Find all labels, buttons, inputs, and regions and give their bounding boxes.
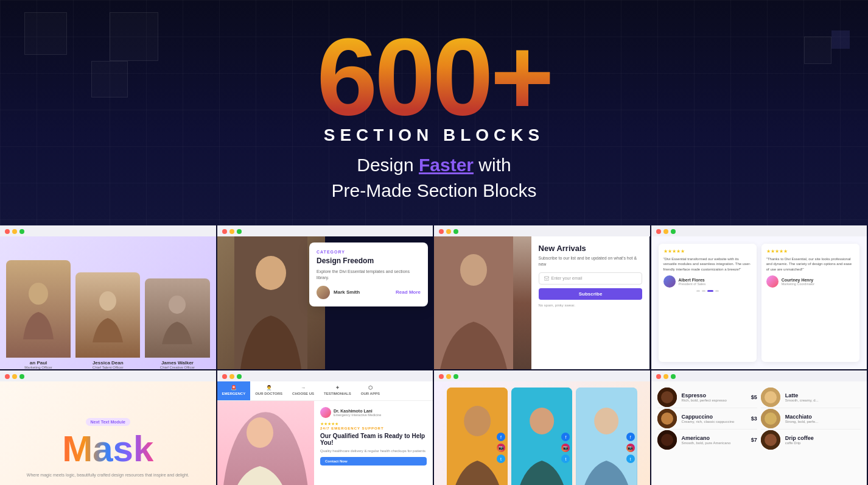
- pdot-active: [707, 290, 713, 292]
- next-text-label: Next Text Module: [86, 418, 130, 426]
- americano-price: $7: [751, 437, 757, 443]
- dot-red-7: [439, 374, 444, 379]
- instagram-icon-2[interactable]: 📷: [561, 444, 570, 452]
- americano-img: [657, 430, 677, 450]
- dot-yellow-8: [663, 374, 668, 379]
- coffee-item-macchiato: Macchiato Strong, bold, perfe...: [761, 409, 861, 428]
- arrivals-photo: [434, 236, 531, 369]
- twitter-icon-1[interactable]: t: [497, 455, 505, 463]
- browser-chrome-8: [651, 370, 867, 381]
- tab-doctors[interactable]: 👨‍⚕️ OUR DOCTORS: [250, 381, 287, 400]
- testimonial-text-2: "Thanks to Divi Essential, our site look…: [766, 257, 855, 272]
- cards-row-1: an Paul Marketing Officer Jessica Dean C…: [0, 225, 868, 370]
- espresso-price: $5: [751, 394, 757, 400]
- dot-green-1: [19, 229, 24, 234]
- dot-green-5: [19, 374, 24, 379]
- deco-square-1: [24, 12, 67, 55]
- dot-red-2: [222, 229, 227, 234]
- card-team: an Paul Marketing Officer Jessica Dean C…: [0, 225, 217, 370]
- design-freedom-box: CATEGORY Design Freedom Explore the Divi…: [309, 242, 428, 306]
- browser-chrome-1: [0, 225, 216, 236]
- team-person-3: James Walker Chief Creative Officer: [145, 278, 209, 369]
- svg-point-16: [661, 391, 673, 403]
- svg-point-26: [765, 434, 777, 446]
- testimonial-1: ★★★★★ "Divi Essential transformed our we…: [659, 244, 757, 362]
- instagram-icon-3[interactable]: 📷: [626, 444, 635, 452]
- americano-desc: Smooth, bold, pure Americano: [682, 441, 731, 445]
- subscribe-button[interactable]: Subscribe: [539, 288, 643, 300]
- dot-red-6: [222, 374, 227, 379]
- mask-content: Next Text Module Mask Where magic meets …: [0, 381, 216, 485]
- card-medical: 🚨 EMERGENCY 👨‍⚕️ OUR DOCTORS → CHOOSE US…: [217, 370, 435, 485]
- dot-red-1: [5, 229, 10, 234]
- social-icons-3: f 📷 t: [626, 433, 635, 463]
- team-person-2: Jessica Dean Chief Talent Officer: [75, 272, 140, 369]
- facebook-icon-3[interactable]: f: [626, 433, 635, 441]
- testimonial-role-2: Marketing Coordinator: [782, 282, 814, 286]
- svg-point-14: [595, 408, 619, 434]
- svg-point-0: [29, 283, 48, 305]
- stars-1: ★★★★★: [663, 249, 752, 254]
- deco-square-5: [831, 30, 850, 49]
- card2-category-label: CATEGORY: [317, 250, 421, 254]
- tab-emergency[interactable]: 🚨 EMERGENCY: [217, 381, 251, 400]
- dot-red-5: [5, 374, 10, 379]
- person-title-1: Marketing Officer: [24, 366, 52, 369]
- doctor-rating: ★★★★★: [320, 422, 427, 427]
- emergency-icon: 🚨: [231, 385, 237, 391]
- latte-name: Latte: [785, 392, 819, 398]
- dot-green-7: [453, 374, 458, 379]
- tab-apps[interactable]: ⬡ OUR APPS: [356, 381, 385, 400]
- twitter-icon-2[interactable]: t: [561, 455, 570, 463]
- no-spam-text: No spam, pinky swear.: [539, 303, 643, 307]
- arrivals-description: Subscribe to our list and be updated on …: [539, 255, 643, 267]
- testimonials-icon: ✦: [335, 385, 340, 391]
- arrivals-title: New Arrivals: [539, 244, 643, 253]
- design-freedom-bg: CATEGORY Design Freedom Explore the Divi…: [217, 236, 433, 369]
- svg-point-10: [464, 406, 491, 436]
- svg-point-12: [530, 408, 554, 434]
- big-number: 600+: [317, 22, 551, 132]
- svg-point-18: [661, 412, 673, 425]
- email-placeholder: Enter your email: [551, 276, 583, 280]
- twitter-icon-3[interactable]: t: [626, 455, 635, 463]
- testimonial-name-1: Albert Flores: [679, 278, 706, 282]
- testimonial-2: ★★★★★ "Thanks to Divi Essential, our sit…: [761, 244, 859, 362]
- browser-chrome-4: [651, 225, 867, 236]
- social-person-2: f 📷 t: [511, 388, 572, 485]
- coffee-item-americano: Americano Smooth, bold, pure Americano $…: [657, 430, 757, 450]
- instagram-icon-1[interactable]: 📷: [497, 444, 505, 452]
- card-arrivals-content: New Arrivals Subscribe to our list and b…: [434, 236, 650, 369]
- drip-name: Drip coffee: [785, 435, 814, 441]
- subtitle-design: Design: [357, 155, 419, 175]
- contact-button[interactable]: Contact Now: [320, 457, 427, 466]
- tab-testimonials[interactable]: ✦ TESTIMONIALS: [319, 381, 356, 400]
- medical-right: Dr. Kashimoto Lani Emergency Interactive…: [314, 401, 433, 485]
- read-more-link[interactable]: Read More: [396, 289, 421, 295]
- dot-yellow-1: [12, 229, 17, 234]
- facebook-icon-2[interactable]: f: [561, 433, 570, 441]
- browser-chrome-2: [217, 225, 433, 236]
- medical-content: 🚨 EMERGENCY 👨‍⚕️ OUR DOCTORS → CHOOSE US…: [217, 381, 433, 485]
- pdot-1: [696, 290, 700, 292]
- mask-text: Mask: [62, 431, 153, 467]
- espresso-name: Espresso: [682, 392, 727, 398]
- divider-3: [761, 408, 861, 408]
- browser-chrome-6: [217, 370, 433, 381]
- medical-title: Our Qualified Team is Ready to Help You!: [320, 433, 427, 446]
- macchiato-img: [761, 409, 780, 428]
- dot-yellow-7: [446, 374, 451, 379]
- macchiato-name: Macchiato: [785, 414, 818, 420]
- subtitle-with: with: [474, 155, 511, 175]
- email-input-mock[interactable]: Enter your email: [539, 272, 643, 285]
- social-team-content: f 📷 t f 📷 t: [434, 381, 650, 485]
- drip-img: [761, 430, 780, 450]
- mask-subtitle: Where magic meets logic, beautifully cra…: [27, 472, 189, 478]
- facebook-icon-1[interactable]: f: [497, 433, 505, 441]
- person-name-3: James Walker: [161, 360, 194, 366]
- browser-chrome-5: [0, 370, 216, 381]
- dot-yellow-5: [12, 374, 17, 379]
- card-testimonials: ★★★★★ "Divi Essential transformed our we…: [651, 225, 869, 370]
- tab-choose-us[interactable]: → CHOOSE US: [287, 381, 319, 400]
- social-icons-2: f 📷 t: [561, 433, 570, 463]
